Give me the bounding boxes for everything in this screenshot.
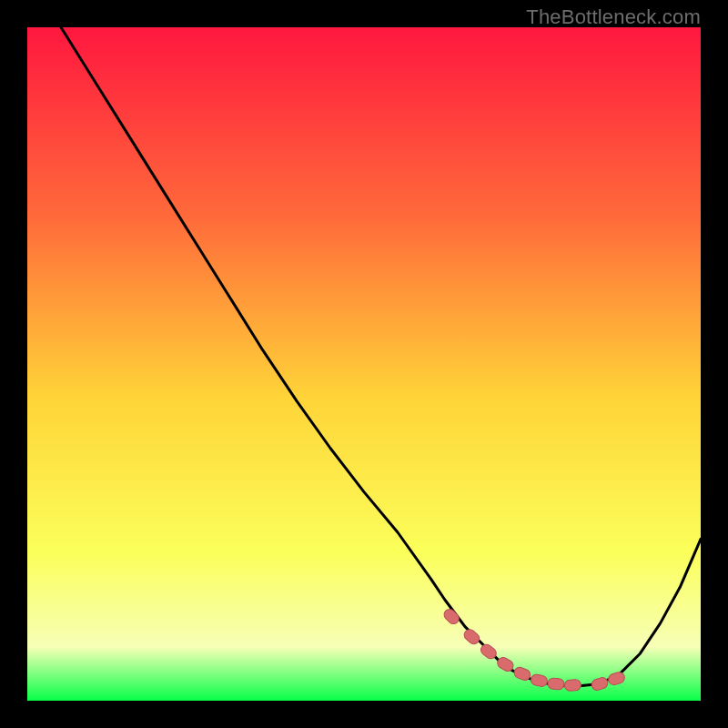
- bottleneck-chart: [27, 27, 701, 701]
- attribution-text: TheBottleneck.com: [526, 5, 701, 29]
- marker-dot: [547, 678, 564, 690]
- gradient-background: [27, 27, 701, 701]
- marker-dot: [564, 680, 581, 692]
- chart-frame: [27, 27, 701, 701]
